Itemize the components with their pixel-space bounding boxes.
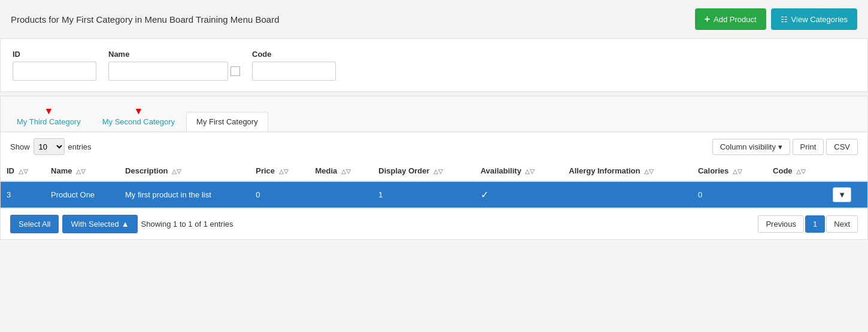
- plus-icon: +: [705, 14, 710, 25]
- sort-icon-avail: △▽: [525, 168, 535, 175]
- code-input[interactable]: [252, 62, 336, 81]
- top-buttons: + Add Product ☷ View Categories: [695, 8, 857, 30]
- sort-icon-id: △▽: [19, 168, 28, 175]
- view-categories-label: View Categories: [791, 15, 848, 24]
- cell-media: [309, 181, 372, 208]
- add-product-button[interactable]: + Add Product: [695, 8, 766, 30]
- sort-icon-code: △▽: [796, 168, 806, 175]
- top-bar: Products for My First Category in Menu B…: [0, 0, 868, 38]
- print-label: Print: [800, 142, 817, 151]
- sort-icon-media: △▽: [341, 168, 351, 175]
- csv-label: CSV: [834, 142, 850, 151]
- entries-select[interactable]: 10 25 50 100: [34, 138, 65, 155]
- name-label: Name: [108, 50, 240, 59]
- previous-button[interactable]: Previous: [758, 215, 804, 233]
- showing-text: Showing 1 to 1 of 1 entries: [141, 220, 233, 229]
- cell-display-order: 1: [372, 181, 474, 208]
- sort-icon-desc: △▽: [172, 168, 181, 175]
- dropdown-arrow-icon: ▾: [778, 142, 782, 151]
- col-price: Price △▽: [250, 161, 309, 181]
- col-code: Code △▽: [767, 161, 827, 181]
- cell-allergy: [563, 181, 692, 208]
- tab3-label: My First Category: [196, 117, 258, 126]
- tab2-label: My Second Category: [102, 117, 175, 126]
- with-selected-arrow-icon: ▲: [122, 220, 129, 229]
- with-selected-label: With Selected: [71, 220, 119, 229]
- tabs-row: ▼ My Third Category ▼ My Second Category…: [1, 96, 867, 132]
- products-table: ID △▽ Name △▽ Description △▽ Price △▽ Me…: [1, 161, 867, 208]
- pagination: Previous 1 Next: [758, 215, 858, 233]
- with-selected-button[interactable]: With Selected ▲: [62, 215, 137, 233]
- tab-my-third-category[interactable]: ▼ My Third Category: [7, 101, 91, 132]
- entries-label: entries: [68, 142, 92, 151]
- availability-check-icon: ✓: [481, 190, 488, 200]
- column-visibility-button[interactable]: Column visibility ▾: [712, 139, 790, 155]
- show-entries: Show 10 25 50 100 entries: [10, 138, 92, 155]
- id-label: ID: [13, 50, 96, 59]
- page-1-button[interactable]: 1: [805, 215, 825, 233]
- cell-id: 3: [1, 181, 45, 208]
- code-label: Code: [252, 50, 336, 59]
- sort-icon-name: △▽: [76, 168, 86, 175]
- sort-icon-price: △▽: [279, 168, 289, 175]
- name-input[interactable]: [108, 62, 228, 81]
- tab-my-first-category[interactable]: My First Category: [186, 112, 268, 132]
- filter-row: ID Name Code: [13, 50, 855, 81]
- table-row: 3 Product One My first product in the li…: [1, 181, 867, 208]
- col-availability: Availability △▽: [475, 161, 563, 181]
- col-media: Media △▽: [309, 161, 372, 181]
- cell-name: Product One: [45, 181, 119, 208]
- add-product-label: Add Product: [714, 15, 757, 24]
- code-filter-field: Code: [252, 50, 336, 81]
- col-description: Description △▽: [119, 161, 250, 181]
- name-checkbox[interactable]: [230, 66, 240, 76]
- sort-icon-calories: △▽: [733, 168, 742, 175]
- csv-button[interactable]: CSV: [826, 139, 858, 155]
- view-categories-button[interactable]: ☷ View Categories: [771, 8, 857, 30]
- page-title: Products for My First Category in Menu B…: [11, 14, 280, 25]
- arrow-down-icon-tab1: ▼: [44, 106, 53, 116]
- name-filter-field: Name: [108, 50, 240, 81]
- arrow-down-icon-tab2: ▼: [133, 106, 143, 116]
- column-visibility-label: Column visibility: [720, 142, 776, 151]
- col-display-order: Display Order △▽: [372, 161, 474, 181]
- tab1-label: My Third Category: [17, 117, 81, 126]
- cell-code: [767, 181, 827, 208]
- id-input[interactable]: [13, 62, 96, 81]
- sort-icon-allergy: △▽: [644, 168, 654, 175]
- print-button[interactable]: Print: [793, 139, 824, 155]
- col-calories: Calories △▽: [692, 161, 767, 181]
- cell-availability: ✓: [475, 181, 563, 208]
- cell-action: ▼: [827, 181, 867, 208]
- next-button[interactable]: Next: [826, 215, 858, 233]
- table-controls: Show 10 25 50 100 entries Column visibil…: [1, 132, 867, 161]
- name-field-wrap: [108, 62, 240, 81]
- select-all-button[interactable]: Select All: [10, 215, 59, 233]
- col-name: Name △▽: [45, 161, 119, 181]
- main-content: ▼ My Third Category ▼ My Second Category…: [0, 96, 868, 240]
- col-allergy: Allergy Information △▽: [563, 161, 692, 181]
- select-all-label: Select All: [19, 220, 50, 229]
- show-label: Show: [10, 142, 30, 151]
- grid-icon: ☷: [781, 15, 788, 24]
- id-filter-field: ID: [13, 50, 96, 81]
- row-action-button[interactable]: ▼: [833, 187, 851, 202]
- cell-price: 0: [250, 181, 309, 208]
- footer-left: Select All With Selected ▲ Showing 1 to …: [10, 215, 233, 233]
- col-actions: [827, 161, 867, 181]
- table-footer: Select All With Selected ▲ Showing 1 to …: [1, 208, 867, 239]
- tab-my-second-category[interactable]: ▼ My Second Category: [92, 101, 185, 132]
- filter-panel: ID Name Code: [0, 38, 868, 92]
- cell-description: My first product in the list: [119, 181, 250, 208]
- col-id: ID △▽: [1, 161, 45, 181]
- table-header-row: ID △▽ Name △▽ Description △▽ Price △▽ Me…: [1, 161, 867, 181]
- cell-calories: 0: [692, 181, 767, 208]
- sort-icon-order: △▽: [433, 168, 443, 175]
- table-right-controls: Column visibility ▾ Print CSV: [712, 139, 858, 155]
